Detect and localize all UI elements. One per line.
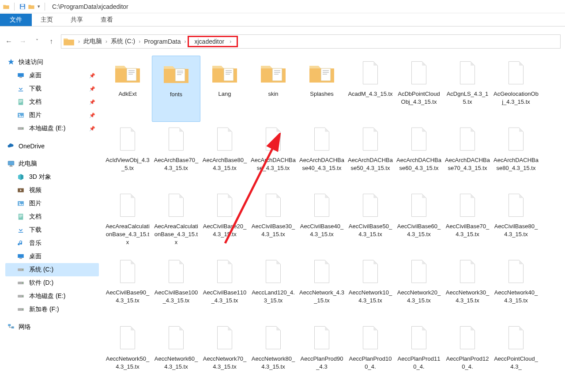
chevron-right-icon[interactable]: › bbox=[104, 38, 109, 45]
file-item[interactable]: AecCivilBase90_4.3_15.tx bbox=[103, 254, 152, 320]
file-label: AecCivilBase80_4.3_15.tx bbox=[492, 221, 540, 238]
file-item[interactable]: AeccNetwork20_4.3_15.tx bbox=[395, 254, 443, 320]
file-item[interactable]: AeccPlanProd120_4. bbox=[443, 320, 492, 387]
file-item[interactable]: AeccPointCloud20_4 bbox=[152, 387, 200, 392]
file-label: AecCivilBase100_4.3_15.tx bbox=[152, 287, 200, 305]
file-item[interactable]: AecCivilBase60_4.3_15.tx bbox=[395, 188, 443, 254]
file-item[interactable]: AecCivilBase80_4.3_15.tx bbox=[492, 188, 540, 254]
sidebar-item-label: 图片 bbox=[29, 200, 41, 207]
this-pc-header[interactable]: 此电脑 bbox=[5, 157, 99, 170]
file-item[interactable]: AecArchDACHBase80_4.3_15.tx bbox=[492, 122, 540, 188]
sidebar-item[interactable]: 本地磁盘 (E:) bbox=[5, 122, 99, 135]
file-item[interactable]: AecCivilBase50_4.3_15.tx bbox=[346, 188, 395, 254]
file-item[interactable]: AeccNetwork60_4.3_15.tx bbox=[152, 320, 200, 387]
file-item[interactable]: AeccPlanProd110_4. bbox=[395, 320, 443, 387]
breadcrumb[interactable]: › 此电脑 › 系统 (C:) › ProgramData › xjcadedi… bbox=[61, 34, 561, 49]
chevron-right-icon[interactable]: › bbox=[228, 38, 233, 45]
file-item[interactable]: AcDgnLS_4.3_15.tx bbox=[443, 56, 492, 122]
onedrive-header[interactable]: OneDrive bbox=[5, 139, 99, 153]
file-item[interactable]: AeccNetwork10_4.3_15.tx bbox=[346, 254, 395, 320]
sidebar-item-label: 新加卷 (F:) bbox=[29, 305, 59, 313]
sidebar-item[interactable]: 下载 bbox=[5, 223, 99, 237]
file-item[interactable]: AecArchDACHBase70_4.3_15.tx bbox=[443, 122, 492, 188]
file-item[interactable]: AeccPointCloud50_4 bbox=[298, 387, 346, 392]
file-item[interactable]: AeccNetwork30_4.3_15.tx bbox=[443, 254, 492, 320]
chevron-down-icon[interactable]: ▾ bbox=[38, 4, 40, 9]
folder-item[interactable]: fonts bbox=[152, 56, 200, 122]
file-item[interactable]: AeccNetwork80_4.3_15.tx bbox=[249, 320, 298, 387]
file-item[interactable]: AeccPointCloud10_4 bbox=[103, 387, 152, 392]
chevron-right-icon[interactable]: › bbox=[76, 38, 82, 45]
file-item[interactable]: AcadM_4.3_15.tx bbox=[346, 56, 395, 122]
folder-item[interactable]: Splashes bbox=[298, 56, 346, 122]
folder-item[interactable]: AdkExt bbox=[103, 56, 152, 122]
save-icon[interactable] bbox=[19, 3, 26, 10]
file-item[interactable]: AeccNetwork40_4.3_15.tx bbox=[492, 254, 540, 320]
file-item[interactable]: AecArchDACHBase_4.3_15.tx bbox=[249, 122, 298, 188]
file-item[interactable]: AecAreaCalculationBase_4.3_15.tx bbox=[152, 188, 200, 254]
tab-home[interactable]: 主页 bbox=[32, 14, 62, 26]
file-item[interactable]: AeccPlanProd90_4.3 bbox=[298, 320, 346, 387]
file-item[interactable]: AecCivilBase70_4.3_15.tx bbox=[443, 188, 492, 254]
file-item[interactable]: AcGeolocationObj_4.3_15.tx bbox=[492, 56, 540, 122]
tab-share[interactable]: 共享 bbox=[62, 14, 92, 26]
file-item[interactable]: AecArchDACHBase60_4.3_15.tx bbox=[395, 122, 443, 188]
file-item[interactable]: AecCivilBase110_4.3_15.tx bbox=[200, 254, 249, 320]
crumb-xjcadeditor[interactable]: xjcadeditor bbox=[192, 38, 226, 45]
file-item[interactable]: AeccPointCloud_4.3_ bbox=[492, 320, 540, 387]
quick-access-header[interactable]: 快速访问 bbox=[5, 56, 99, 69]
sidebar-item[interactable]: 图片 bbox=[5, 197, 99, 210]
file-item[interactable]: AecCivilBase20_4.3_15.tx bbox=[200, 188, 249, 254]
file-icon bbox=[452, 190, 483, 221]
up-button[interactable]: ↑ bbox=[47, 38, 56, 45]
sidebar-item[interactable]: 文档 bbox=[5, 210, 99, 223]
sidebar-item[interactable]: 系统 (C:) bbox=[5, 263, 99, 276]
file-item[interactable]: AeccNetwork_4.3_15.tx bbox=[298, 254, 346, 320]
sidebar-item[interactable]: 文档 bbox=[5, 95, 99, 109]
file-item[interactable]: AecCivilBase30_4.3_15.tx bbox=[249, 188, 298, 254]
sidebar-item-label: 桌面 bbox=[29, 253, 41, 260]
file-item[interactable]: AeccNetwork70_4.3_15.tx bbox=[200, 320, 249, 387]
file-item[interactable]: AeccPointCloud40_4 bbox=[249, 387, 298, 392]
file-item[interactable]: AcDbPointCloudObj_4.3_15.tx bbox=[395, 56, 443, 122]
folder-item[interactable]: Lang bbox=[200, 56, 249, 122]
back-button[interactable]: ← bbox=[4, 38, 13, 45]
sidebar-item[interactable]: 桌面 bbox=[5, 250, 99, 263]
file-item[interactable]: AecArchDACHBase50_4.3_15.tx bbox=[346, 122, 395, 188]
folder-icon bbox=[161, 58, 192, 89]
recent-dropdown[interactable]: ˅ bbox=[33, 38, 41, 45]
file-area[interactable]: AdkExtfontsLangskinSplashesAcadM_4.3_15.… bbox=[102, 51, 565, 392]
sidebar-item[interactable]: 3D 对象 bbox=[5, 170, 99, 184]
sidebar-item[interactable]: 软件 (D:) bbox=[5, 276, 99, 290]
tab-file[interactable]: 文件 bbox=[0, 14, 32, 26]
file-item[interactable]: AeccNetwork50_4.3_15.tx bbox=[103, 320, 152, 387]
crumb-drive[interactable]: 系统 (C:) bbox=[109, 38, 137, 45]
chevron-right-icon[interactable]: › bbox=[137, 38, 142, 45]
chevron-right-icon[interactable]: › bbox=[182, 38, 188, 45]
file-item[interactable]: AecCivilBase100_4.3_15.tx bbox=[152, 254, 200, 320]
file-item[interactable]: AecCivilBase40_4.3_15.tx bbox=[298, 188, 346, 254]
crumb-thispc[interactable]: 此电脑 bbox=[82, 38, 104, 45]
file-item[interactable]: AecArchBase80_4.3_15.tx bbox=[200, 122, 249, 188]
file-item[interactable]: AeccPlanProd100_4. bbox=[346, 320, 395, 387]
sidebar-item[interactable]: 新加卷 (F:) bbox=[5, 303, 99, 316]
drive-icon bbox=[17, 124, 25, 132]
sidebar-item[interactable]: 图片 bbox=[5, 109, 99, 122]
file-icon bbox=[209, 190, 240, 221]
sidebar-item[interactable]: 桌面 bbox=[5, 69, 99, 82]
sidebar-item[interactable]: 视频 bbox=[5, 184, 99, 197]
file-item[interactable]: AeccPointCloud30_4 bbox=[200, 387, 249, 392]
sidebar-item[interactable]: 本地磁盘 (E:) bbox=[5, 290, 99, 303]
file-item[interactable]: AecArchDACHBase40_4.3_15.tx bbox=[298, 122, 346, 188]
sidebar-item[interactable]: 下载 bbox=[5, 82, 99, 95]
folder-item[interactable]: skin bbox=[249, 56, 298, 122]
file-item[interactable]: AecAreaCalculationBase_4.3_15.tx bbox=[103, 188, 152, 254]
tab-view[interactable]: 查看 bbox=[92, 14, 122, 26]
file-item[interactable]: AeccLand120_4.3_15.tx bbox=[249, 254, 298, 320]
network-header[interactable]: 网络 bbox=[5, 320, 99, 334]
sidebar-item[interactable]: 音乐 bbox=[5, 237, 99, 250]
file-item[interactable]: AecArchBase70_4.3_15.tx bbox=[152, 122, 200, 188]
desktop-icon bbox=[17, 72, 25, 79]
file-item[interactable]: AcIdViewObj_4.3_5.tx bbox=[103, 122, 152, 188]
crumb-programdata[interactable]: ProgramData bbox=[142, 38, 182, 45]
